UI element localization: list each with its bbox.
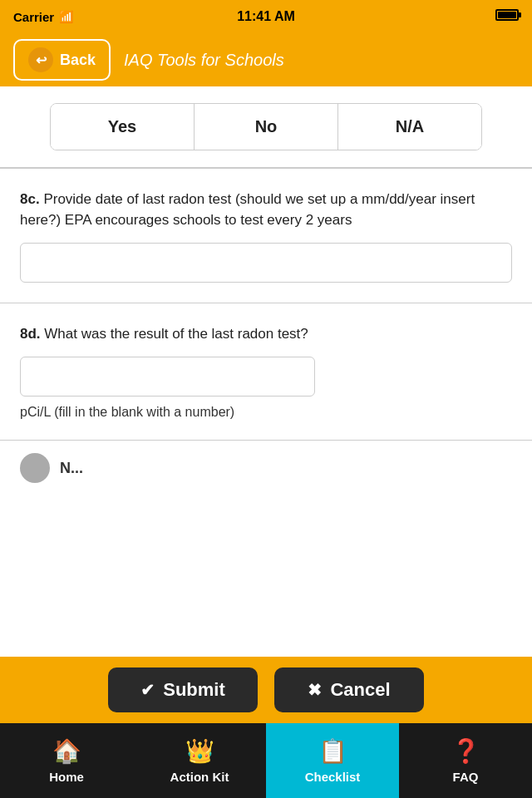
back-button[interactable]: ↩ Back — [13, 39, 111, 81]
home-icon: 🏠 — [52, 737, 81, 765]
tab-home[interactable]: 🏠 Home — [0, 723, 133, 798]
battery-icon — [495, 9, 519, 24]
question-8d-number: 8d. — [20, 326, 41, 342]
tab-action-kit[interactable]: 👑 Action Kit — [133, 723, 266, 798]
tab-faq-label: FAQ — [453, 770, 479, 784]
partial-item: N... — [0, 444, 532, 492]
faq-icon: ❓ — [451, 737, 480, 765]
nav-title: IAQ Tools for Schools — [124, 51, 284, 70]
question-8d-input[interactable] — [20, 357, 315, 397]
question-8d-hint: pCi/L (fill in the blank with a number) — [20, 405, 512, 420]
checklist-icon: 📋 — [318, 737, 347, 765]
cancel-button[interactable]: ✖ Cancel — [274, 667, 424, 712]
status-bar: Carrier 📶 11:41 AM — [0, 0, 532, 33]
question-8c-input[interactable] — [20, 243, 512, 283]
divider-1 — [0, 167, 532, 169]
time-label: 11:41 AM — [237, 9, 295, 24]
partial-label: N... — [60, 460, 83, 477]
no-option[interactable]: No — [195, 104, 338, 150]
tab-checklist[interactable]: 📋 Checklist — [266, 723, 399, 798]
tab-bar: 🏠 Home 👑 Action Kit 📋 Checklist ❓ FAQ — [0, 723, 532, 798]
partial-icon — [20, 453, 50, 483]
carrier-text: Carrier 📶 — [13, 10, 73, 24]
divider-2 — [0, 303, 532, 304]
yes-option[interactable]: Yes — [51, 104, 195, 150]
main-content: Yes No N/A 8c. Provide date of last rado… — [0, 86, 532, 657]
tab-faq[interactable]: ❓ FAQ — [399, 723, 532, 798]
na-option[interactable]: N/A — [338, 104, 481, 150]
question-8d-label: 8d. What was the result of the last rado… — [20, 323, 512, 345]
wifi-icon: 📶 — [59, 10, 73, 23]
nav-bar: ↩ Back IAQ Tools for Schools — [0, 33, 532, 86]
submit-icon: ✔ — [140, 680, 155, 700]
tab-action-kit-label: Action Kit — [170, 770, 229, 784]
question-8c-text: Provide date of last radon test (should … — [20, 191, 475, 229]
carrier-label: Carrier — [13, 10, 54, 24]
tab-home-label: Home — [49, 770, 84, 784]
action-kit-icon: 👑 — [185, 737, 214, 765]
question-8c-number: 8c. — [20, 191, 40, 207]
submit-button[interactable]: ✔ Submit — [108, 667, 258, 712]
action-bar: ✔ Submit ✖ Cancel — [0, 657, 532, 723]
question-8c-section: 8c. Provide date of last radon test (sho… — [0, 172, 532, 299]
question-8c-label: 8c. Provide date of last radon test (sho… — [20, 189, 512, 231]
submit-label: Submit — [163, 679, 225, 701]
back-circle-icon: ↩ — [28, 47, 53, 72]
back-label: Back — [60, 52, 96, 69]
yn-selector: Yes No N/A — [50, 103, 482, 150]
question-8d-text: What was the result of the last radon te… — [44, 326, 308, 342]
divider-3 — [0, 440, 532, 441]
cancel-icon: ✖ — [308, 680, 322, 700]
question-8d-section: 8d. What was the result of the last rado… — [0, 307, 532, 436]
cancel-label: Cancel — [330, 679, 390, 701]
tab-checklist-label: Checklist — [305, 770, 361, 784]
